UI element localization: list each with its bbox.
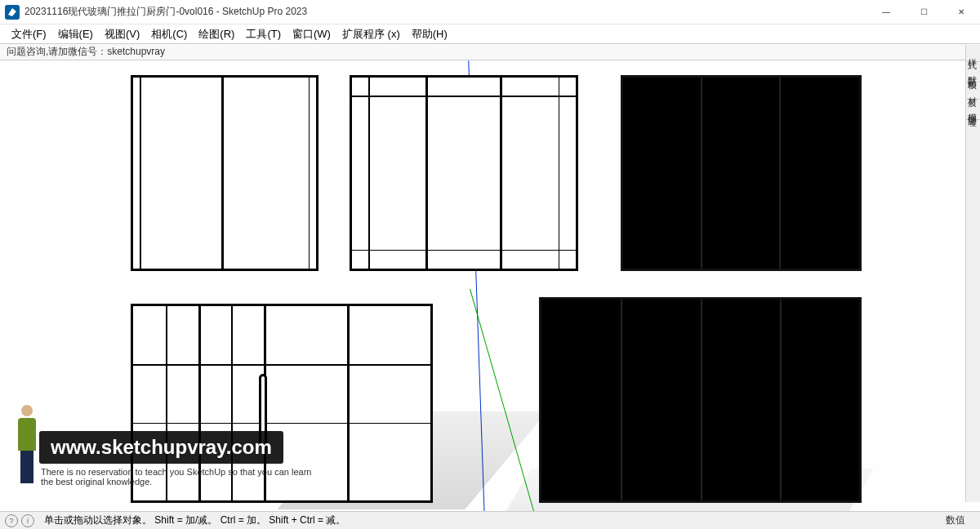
tab-materials[interactable]: 材质 xyxy=(966,82,980,100)
menubar: 文件(F) 编辑(E) 视图(V) 相机(C) 绘图(R) 工具(T) 窗口(W… xyxy=(0,24,980,44)
app-icon xyxy=(5,5,20,20)
menu-view[interactable]: 视图(V) xyxy=(100,25,145,43)
help-icon[interactable]: ? xyxy=(5,514,18,527)
window-controls: — ☐ ✕ xyxy=(867,0,980,24)
scale-figure xyxy=(11,405,42,487)
door-model-5[interactable] xyxy=(539,297,862,503)
viewport[interactable]: www.sketchupvray.com There is no reserva… xyxy=(0,60,965,511)
menu-window[interactable]: 窗口(W) xyxy=(287,25,336,43)
close-button[interactable]: ✕ xyxy=(942,0,980,24)
info-bar-text: 问题咨询,请加微信号：sketchupvray xyxy=(7,45,165,59)
menu-camera[interactable]: 相机(C) xyxy=(146,25,192,43)
menu-file[interactable]: 文件(F) xyxy=(7,25,51,43)
tab-model-manage[interactable]: 模型管理 xyxy=(966,100,980,120)
watermark-url: www.sketchupvray.com xyxy=(39,431,283,464)
menu-draw[interactable]: 绘图(R) xyxy=(194,25,239,43)
menu-extensions[interactable]: 扩展程序 (x) xyxy=(337,25,405,43)
info-icon[interactable]: i xyxy=(21,514,34,527)
menu-tools[interactable]: 工具(T) xyxy=(241,25,286,43)
tab-default-tray[interactable]: 默认面板 xyxy=(966,62,980,82)
status-value-label: 数值 xyxy=(936,513,975,527)
titlebar: 20231116现代玻璃门推拉门厨房门-0vol016 - SketchUp P… xyxy=(0,0,980,24)
door-model-1[interactable] xyxy=(131,75,318,271)
menu-edit[interactable]: 编辑(E) xyxy=(53,25,98,43)
side-panel-tabs: 样式 默认面板 材质 模型管理 xyxy=(965,45,980,502)
door-model-2[interactable] xyxy=(350,75,578,271)
tab-styles[interactable]: 样式 xyxy=(966,45,980,62)
info-bar: 问题咨询,请加微信号：sketchupvray xyxy=(0,44,980,60)
door-model-3[interactable] xyxy=(621,75,862,271)
window-title: 20231116现代玻璃门推拉门厨房门-0vol016 - SketchUp P… xyxy=(24,5,867,19)
status-hint: 单击或拖动以选择对象。 Shift = 加/减。 Ctrl = 加。 Shift… xyxy=(44,513,936,527)
watermark-subtitle: There is no reservation to teach you Ske… xyxy=(41,467,351,487)
menu-help[interactable]: 帮助(H) xyxy=(407,25,452,43)
minimize-button[interactable]: — xyxy=(867,0,905,24)
statusbar: ? i 单击或拖动以选择对象。 Shift = 加/减。 Ctrl = 加。 S… xyxy=(0,511,980,529)
maximize-button[interactable]: ☐ xyxy=(905,0,942,24)
